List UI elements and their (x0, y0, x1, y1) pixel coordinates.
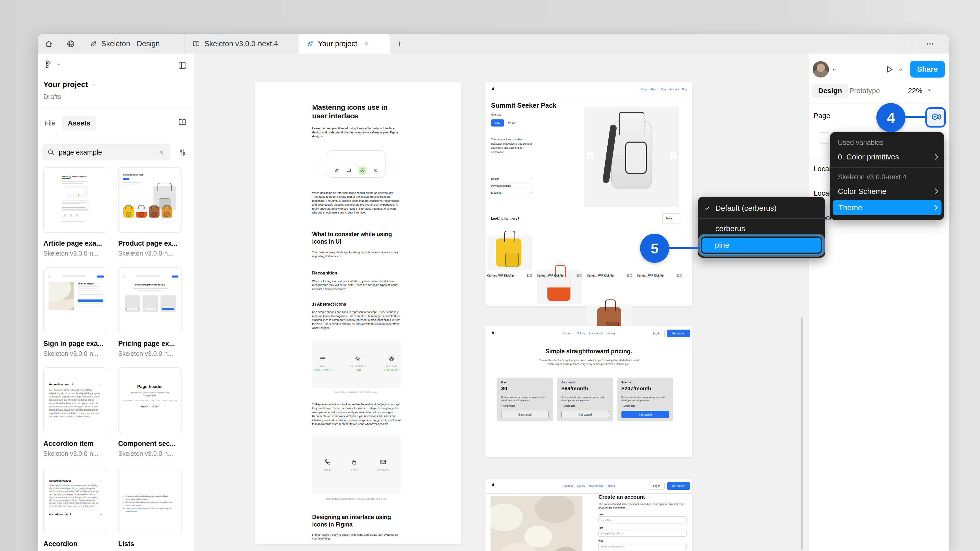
asset-title: Component sec... (118, 440, 182, 448)
frame-signup-page[interactable]: Features Gallery Testimonials Pricing Lo… (485, 479, 692, 551)
page-color-swatch[interactable] (819, 132, 830, 144)
person-icon-active (359, 167, 366, 174)
login-button: Log in (649, 482, 665, 490)
asset-card-accordion-item[interactable]: Accordion control − Lorem ipsum dolor, s… (43, 367, 107, 457)
thumb-signin-title: Create an account (78, 283, 103, 285)
filter-sliders-icon[interactable] (178, 148, 187, 157)
share-button[interactable]: Share (910, 61, 945, 78)
article-para5: Figma makes it easy to design with icons… (312, 533, 401, 541)
nav-account: Account (669, 88, 679, 91)
article-para3: Use simple shapes and lines to represent… (312, 310, 401, 330)
chevron-down-icon[interactable] (92, 82, 97, 87)
library-book-icon[interactable] (178, 118, 187, 127)
submenu-item-cerberus[interactable]: cerberus (698, 222, 825, 235)
asset-card-article[interactable]: Mastering icons use in user interface (43, 167, 107, 257)
expand-icon: + (530, 191, 532, 194)
clear-search-icon[interactable] (158, 149, 165, 156)
article-para4a: 2) Representative icons look more like t… (312, 403, 401, 414)
tab-file[interactable]: File (45, 119, 56, 127)
arrow-right-icon: → (671, 154, 675, 157)
asset-card-pricing[interactable]: Simple straightforward pricing. Pricing … (118, 267, 182, 357)
panel1-caption: Icons that are abstract in nature; icons… (312, 391, 401, 393)
design-canvas[interactable]: Mastering icons use in user interface Le… (194, 54, 809, 551)
present-play-icon[interactable] (884, 64, 894, 75)
apply-variables-button[interactable] (925, 107, 946, 127)
globe-icon (66, 40, 75, 48)
field-label: Text (598, 513, 603, 516)
main-menu-figma-icon[interactable] (43, 60, 52, 69)
acc-details: Details (491, 177, 499, 180)
feather-icon (334, 168, 339, 173)
submenu-item-pine[interactable]: pine (702, 238, 821, 252)
chevron-down-icon[interactable] (927, 87, 932, 93)
search-input[interactable] (42, 144, 170, 160)
panel2-caption: Icons that are representative of real-wo… (312, 498, 401, 500)
figma-window: Skeleton - Design Skeleton v3.0.0-next.4… (38, 34, 949, 551)
chevron-down-icon[interactable] (56, 62, 61, 67)
canvas-scrollbar[interactable] (801, 318, 803, 550)
tab-label: Skeleton - Design (101, 40, 160, 48)
nav-features: Features (563, 332, 573, 335)
book-icon (346, 168, 352, 173)
plan-tier: Free (501, 381, 549, 384)
tab-prototype[interactable]: Prototype (850, 87, 880, 95)
thumb-product-title: Summit Seeker Pack (123, 174, 178, 176)
tab-skeleton-design[interactable]: Skeleton - Design (82, 34, 184, 54)
thumb-list-item: Id maxime optio soluta placeat ea eaque … (126, 495, 177, 501)
asset-card-accordion[interactable]: Accordion control − Lorem ipsum dolor, s… (43, 468, 107, 551)
asset-subtitle: Skeleton v3.0.0-n... (43, 250, 107, 257)
article-h2-designing: Designing an interface using icons in Fi… (312, 513, 401, 528)
project-title[interactable]: Your project (43, 80, 88, 89)
search-field[interactable] (59, 144, 158, 160)
pricing-title: Simple straightforward pricing. (485, 348, 692, 355)
asset-thumbnail: •Id maxime optio soluta placeat ea eaque… (118, 468, 182, 534)
frame-product-page[interactable]: Shop About Blog Account Bag Summit Seeke… (485, 82, 692, 306)
asset-card-lists[interactable]: •Id maxime optio soluta placeat ea eaque… (118, 468, 182, 551)
book-icon (192, 40, 200, 48)
item-price: $230 (527, 274, 532, 277)
variables-context-menu: Used variables 0. Color primitives Skele… (830, 132, 944, 220)
icon-label: SETTINGS (384, 365, 399, 368)
acc-payment: Payment options (491, 184, 511, 187)
window-more-button[interactable] (911, 34, 949, 54)
asset-card-component-section[interactable]: Page header Provides a robust set of non… (118, 367, 182, 457)
icon-label: PHONE (324, 469, 331, 472)
chevron-down-icon[interactable] (898, 67, 904, 73)
chevron-down-icon[interactable] (832, 67, 837, 73)
collapse-icon: − (100, 479, 102, 482)
thumb-pageheader-sub: Provides a robust set of non-interactive… (129, 391, 171, 397)
article-h3-abstract: 1) Abstract icons (312, 302, 401, 306)
plan-feature: Single user (503, 405, 515, 407)
asset-card-signin[interactable]: Create an account Sign in page ex (43, 267, 107, 357)
thumb-accordion-label: Accordion control (49, 479, 71, 482)
frame-article-page[interactable]: Mastering icons use in user interface Le… (255, 82, 461, 545)
plus-icon (396, 40, 404, 48)
tab-skeleton-library[interactable]: Skeleton v3.0.0-next.4 (184, 34, 299, 54)
home-button[interactable] (38, 34, 60, 54)
nav-about: About (650, 88, 657, 91)
right-sidebar: Share Design Prototype 22% Page Local st… (809, 54, 949, 551)
close-tab-icon[interactable] (363, 41, 369, 47)
nav-gallery: Gallery (577, 484, 585, 487)
new-tab-button[interactable] (390, 34, 409, 54)
plan-desc: Best for freelancers, single designers, … (501, 395, 549, 402)
menu-item-color-scheme[interactable]: Color Scheme (830, 184, 944, 198)
tab-your-project[interactable]: Your project (299, 34, 390, 54)
toggle-panel-icon[interactable] (178, 61, 187, 70)
search-icon (47, 148, 55, 156)
tab-design[interactable]: Design (812, 84, 848, 98)
asset-card-product[interactable]: Summit Seeker Pack Pr (118, 167, 182, 257)
tab-assets[interactable]: Assets (62, 116, 96, 130)
zoom-level[interactable]: 22% (908, 87, 922, 95)
browse-community-button[interactable] (60, 34, 82, 54)
menu-item-color-primitives[interactable]: 0. Color primitives (830, 150, 944, 164)
submenu-item-default[interactable]: Default (cerberus) (698, 201, 825, 215)
nav-pricing: Pricing (607, 332, 615, 335)
frame-pricing-page[interactable]: Features Gallery Testimonials Pricing Lo… (485, 326, 692, 457)
tab-bar: Skeleton - Design Skeleton v3.0.0-next.4… (38, 34, 949, 54)
article-title: Mastering icons use in user interface (312, 103, 401, 121)
avatar[interactable] (813, 61, 829, 78)
menu-item-theme[interactable]: Theme (833, 200, 942, 215)
asset-thumbnail: Accordion control − Lorem ipsum dolor, s… (43, 468, 107, 534)
product-gallery: ← → (584, 106, 679, 207)
